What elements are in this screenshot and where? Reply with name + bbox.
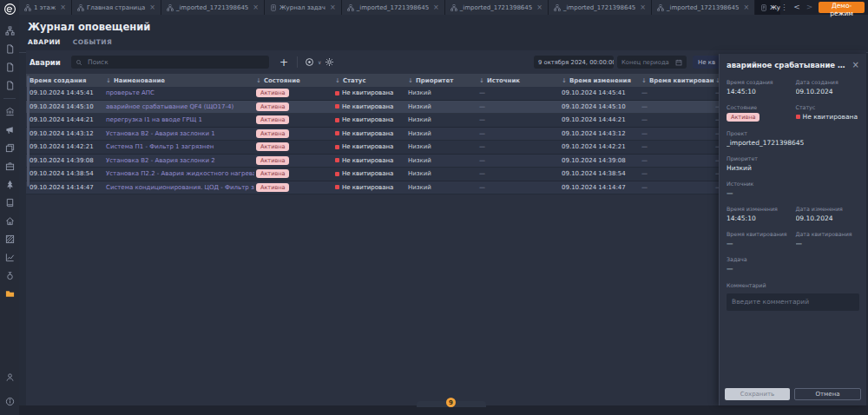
close-icon[interactable]: × <box>149 3 155 11</box>
close-icon[interactable]: × <box>330 3 336 11</box>
column-header[interactable]: ↓Время изменения <box>560 77 640 84</box>
topbar-tab[interactable]: _imported_1721398645× <box>445 0 549 15</box>
cell-source: — <box>477 170 560 177</box>
detail-value: 14:45:10 <box>727 88 791 96</box>
column-header[interactable]: ↓Время квитирования <box>640 77 713 84</box>
alarm-link[interactable]: Установка В2 - Авария заслонки 2 <box>106 157 215 164</box>
add-button[interactable]: + <box>276 57 292 68</box>
alarm-count-badge[interactable]: 9 <box>446 398 456 407</box>
column-header[interactable]: ↓Состояние <box>254 77 333 84</box>
sidebar-item-info[interactable] <box>0 392 19 411</box>
cell-source: — <box>477 143 560 150</box>
cell-state: Активна <box>254 89 333 97</box>
topbar-tab[interactable]: Главная страница× <box>72 0 161 15</box>
cancel-button[interactable]: Отмена <box>794 388 861 400</box>
topbar-tab[interactable]: _imported_1721398645× <box>652 0 755 15</box>
tab-label: _imported_1721398645 <box>563 4 635 11</box>
sitemap-icon <box>167 4 174 11</box>
alarm-link[interactable]: аварийное срабатывание QF4 (ЩО17-4) <box>106 103 233 110</box>
column-header[interactable]: ↓Наименование <box>104 77 254 84</box>
close-icon[interactable]: × <box>743 3 749 11</box>
close-icon[interactable]: × <box>852 61 859 69</box>
close-icon[interactable]: × <box>60 3 66 11</box>
date-start-input[interactable]: 9 октября 2024, 00:00:00 × <box>534 56 614 69</box>
cell-status: Не квитирована <box>333 89 406 96</box>
cell-priority: Низкий <box>406 103 477 110</box>
cell-state: Активна <box>254 142 333 151</box>
topbar-tabs: 1 этаж×Главная страница×_imported_172139… <box>19 0 780 15</box>
status-dot-icon <box>335 172 339 176</box>
topbar-tab[interactable]: 1 этаж× <box>19 0 72 15</box>
alarm-link[interactable]: Установка В2 - Авария заслонки 1 <box>106 130 215 137</box>
comment-input[interactable] <box>727 293 859 311</box>
save-button[interactable]: Сохранить <box>725 388 790 400</box>
sidebar-item-chart[interactable] <box>0 248 19 267</box>
sidebar-item-layers[interactable] <box>0 139 19 157</box>
topbar-tab[interactable]: Журнал оповещений× <box>755 0 780 15</box>
nav-forward-icon[interactable]: > <box>806 3 813 11</box>
topbar-tab[interactable]: Журнал задач× <box>265 0 342 15</box>
sidebar-item-bank[interactable] <box>0 102 19 121</box>
detail-value: — <box>727 265 859 273</box>
kebab-menu-icon[interactable]: ⋮ <box>780 3 787 11</box>
tab-label: 1 этаж <box>34 4 56 11</box>
column-header[interactable]: Время создания <box>28 77 104 84</box>
date-end-input[interactable]: Конец периода <box>617 56 687 69</box>
topbar-tab[interactable]: _imported_1721398645× <box>161 0 265 15</box>
target-icon[interactable] <box>303 57 316 67</box>
app-logo-icon[interactable] <box>3 3 16 16</box>
sidebar-item-document[interactable] <box>0 76 19 95</box>
cell-status: Не квитирована <box>333 170 406 177</box>
sidebar-item-home[interactable] <box>0 212 19 230</box>
close-icon[interactable]: × <box>536 3 542 11</box>
detail-value: — <box>796 240 860 247</box>
column-header[interactable]: ↓Приоритет <box>406 77 477 84</box>
sidebar-item-valve[interactable] <box>0 267 19 285</box>
pattern-icon <box>5 234 15 244</box>
cell-created: 09.10.2024 14:39:08 <box>28 157 104 164</box>
alarm-link[interactable]: проверьте АПС <box>106 89 155 96</box>
alarm-link[interactable]: Установка П2.2 - Авария жидкостного нагр… <box>106 170 254 177</box>
topbar-tab[interactable]: _imported_1721398645× <box>342 0 445 15</box>
alarm-link[interactable]: Система П1 - Фильтр 1 загрязнен <box>106 143 214 150</box>
detail-field: Задача— <box>727 256 859 273</box>
cell-source: — <box>477 157 560 164</box>
topbar-tab[interactable]: _imported_1721398645× <box>549 0 652 15</box>
sidebar-item-tree[interactable] <box>0 175 19 194</box>
table-scrollbar[interactable] <box>27 76 30 187</box>
sitemap-icon <box>450 4 457 11</box>
sidebar-item-folder[interactable] <box>0 285 19 303</box>
search-input[interactable] <box>86 57 265 67</box>
sidebar-bottom <box>0 368 19 415</box>
sidebar-item-user[interactable] <box>0 368 19 386</box>
close-icon[interactable]: × <box>640 3 646 11</box>
alarm-link[interactable]: Система кондиционирования. ЦОД - Фильтр … <box>106 184 254 191</box>
sidebar-item-briefcase[interactable] <box>0 157 19 175</box>
alarm-link[interactable]: перегрузка I1 на вводе ГРЩ 1 <box>106 116 202 123</box>
status-dot-icon <box>335 131 339 135</box>
demo-mode-badge[interactable]: Демо-режим <box>819 2 865 13</box>
sidebar-item-document[interactable] <box>0 40 19 58</box>
sidebar-item-megaphone[interactable] <box>0 121 19 139</box>
nav-back-icon[interactable]: < <box>793 3 800 11</box>
status-dot-icon <box>335 104 339 109</box>
detail-field: ПриоритетНизкий <box>727 155 859 172</box>
sidebar-item-pattern[interactable] <box>0 230 19 248</box>
detail-field: Время изменения14:45:10 <box>727 206 791 222</box>
sidebar-item-book[interactable] <box>0 194 19 212</box>
sidebar-item-sitemap[interactable] <box>0 22 19 40</box>
close-icon[interactable]: × <box>253 3 259 11</box>
chevron-down-icon[interactable]: ∨ <box>318 59 321 65</box>
column-header[interactable]: ↓Статус <box>333 77 406 84</box>
gear-icon[interactable] <box>323 57 336 67</box>
close-icon[interactable]: × <box>433 3 439 11</box>
journal-icon <box>270 4 277 11</box>
detail-label: Состояние <box>727 104 791 110</box>
column-header[interactable]: ↓Источник <box>477 77 560 84</box>
cell-acked: — <box>640 130 713 137</box>
detail-value: — <box>727 189 859 197</box>
sidebar-item-document[interactable] <box>0 58 19 76</box>
page-title: Журнал оповещений <box>19 15 868 33</box>
search-box[interactable] <box>71 56 269 69</box>
detail-label: Проект <box>727 130 859 136</box>
